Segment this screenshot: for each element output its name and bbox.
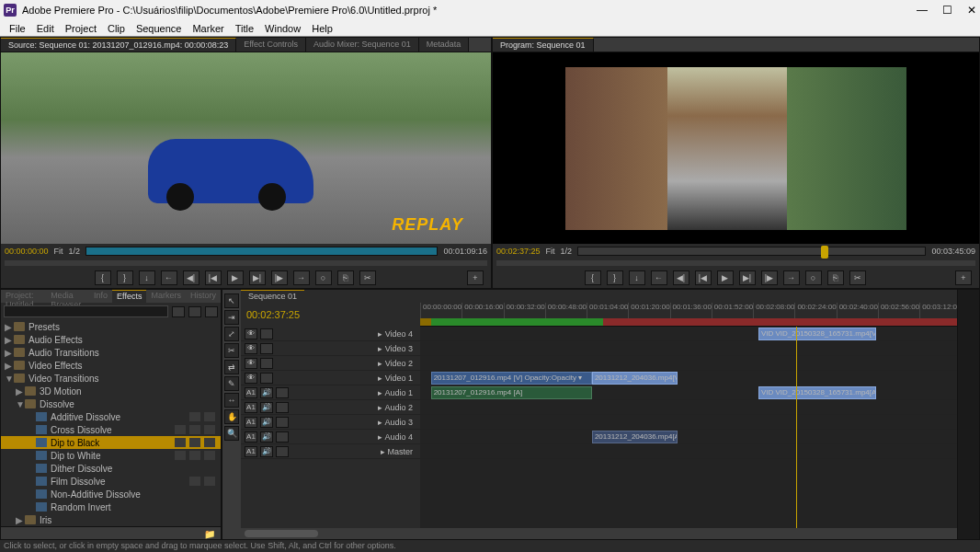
track-lane-audio-1[interactable]: 20131207_012916.mp4 [A]VID VID_20150328_…: [420, 385, 957, 400]
source-monitor[interactable]: REPLAY: [1, 52, 491, 244]
disclosure-icon[interactable]: ▶: [5, 322, 14, 332]
tree-random-invert[interactable]: Random Invert: [1, 500, 221, 513]
track-lane-audio-2[interactable]: [420, 400, 957, 415]
playhead-icon[interactable]: [821, 246, 828, 259]
track-header-audio-3[interactable]: A1🔊▸ Audio 3: [241, 415, 420, 430]
timeline-content[interactable]: VID VID_20150328_165731.mp4[V]20131207_0…: [420, 327, 957, 528]
track-lane-master[interactable]: [420, 444, 957, 459]
transport-btn-0[interactable]: {: [95, 270, 111, 285]
menu-sequence[interactable]: Sequence: [131, 23, 188, 34]
clip[interactable]: 20131212_204036.mp4[A]: [592, 431, 678, 443]
tree-film-dissolve[interactable]: Film Dissolve: [1, 475, 221, 488]
lock-icon[interactable]: [260, 373, 273, 384]
track-header-video-2[interactable]: 👁▸ Video 2: [241, 356, 420, 371]
eye-icon[interactable]: 👁: [245, 343, 257, 354]
timeline-timecode[interactable]: 00:02:37:25: [246, 309, 300, 320]
transport-btn-6[interactable]: ▶: [227, 270, 244, 285]
source-scrubber[interactable]: [85, 247, 438, 256]
tree-dissolve[interactable]: ▼Dissolve: [1, 397, 221, 410]
minimize-button[interactable]: —: [917, 4, 928, 17]
a1-target[interactable]: A1: [245, 387, 257, 398]
add-button-icon[interactable]: +: [955, 270, 972, 285]
transport-btn-11[interactable]: ⎘: [337, 270, 354, 285]
source-tab-2[interactable]: Audio Mixer: Sequence 01: [306, 38, 419, 52]
tree-audio-transitions[interactable]: ▶Audio Transitions: [1, 346, 221, 359]
track-header-video-3[interactable]: 👁▸ Video 3: [241, 341, 420, 356]
fx-yuv-icon[interactable]: [205, 306, 218, 317]
track-header-audio-4[interactable]: A1🔊▸ Audio 4: [241, 430, 420, 444]
timeline-tool-5[interactable]: ✎: [224, 376, 239, 391]
fx-accel-icon[interactable]: [188, 306, 201, 317]
source-tab-0[interactable]: Source: Sequence 01: 20131207_012916.mp4…: [1, 38, 236, 52]
panel-tab-info[interactable]: Info: [89, 290, 112, 303]
disclosure-icon[interactable]: ▼: [16, 399, 25, 409]
menu-file[interactable]: File: [4, 23, 31, 34]
track-lane-video-3[interactable]: [420, 341, 957, 356]
menu-window[interactable]: Window: [259, 23, 306, 34]
effects-search-input[interactable]: [4, 305, 168, 317]
track-header-audio-1[interactable]: A1🔊▸ Audio 1: [241, 385, 420, 400]
maximize-button[interactable]: ☐: [942, 4, 952, 17]
menu-help[interactable]: Help: [306, 23, 338, 34]
panel-tab-effects[interactable]: Effects: [112, 290, 146, 303]
clip[interactable]: 20131212_204036.mp4[V] Y: [592, 372, 678, 385]
source-tab-3[interactable]: Metadata: [419, 38, 470, 52]
program-scrubber[interactable]: [577, 247, 926, 256]
disclosure-icon[interactable]: ▼: [5, 374, 14, 384]
timeline-playhead[interactable]: [796, 327, 797, 528]
eye-icon[interactable]: 🔊: [260, 431, 273, 443]
menu-edit[interactable]: Edit: [31, 23, 60, 34]
source-tab-1[interactable]: Effect Controls: [236, 38, 306, 52]
clip[interactable]: 20131207_012916.mp4 [A]: [431, 386, 592, 399]
menu-marker[interactable]: Marker: [187, 23, 229, 34]
transport-btn-7[interactable]: ▶|: [739, 270, 756, 285]
a1-target[interactable]: A1: [245, 402, 257, 413]
tree-presets[interactable]: ▶Presets: [1, 320, 221, 333]
program-monitor[interactable]: [493, 52, 979, 244]
transport-btn-6[interactable]: ▶: [717, 270, 734, 285]
transport-btn-2[interactable]: ↓: [629, 270, 645, 285]
transport-btn-7[interactable]: ▶|: [249, 270, 266, 285]
transport-btn-5[interactable]: |◀: [205, 270, 222, 285]
tree-dip-to-black[interactable]: Dip to Black: [1, 436, 221, 449]
eye-icon[interactable]: 👁: [245, 328, 257, 339]
timeline-tool-3[interactable]: ✂: [224, 343, 239, 358]
sequence-tab[interactable]: Sequence 01: [241, 290, 304, 303]
a1-target[interactable]: A1: [245, 417, 257, 428]
menu-title[interactable]: Title: [230, 23, 259, 34]
track-lane-video-1[interactable]: 20131207_012916.mp4 [V] Opacity:Opacity …: [420, 371, 957, 385]
eye-icon[interactable]: 👁: [245, 373, 257, 384]
lock-icon[interactable]: [276, 417, 289, 428]
a1-target[interactable]: A1: [245, 431, 257, 443]
transport-btn-10[interactable]: ○: [315, 270, 332, 285]
eye-icon[interactable]: 🔊: [260, 402, 273, 413]
add-button-icon[interactable]: +: [467, 270, 484, 285]
tree-iris[interactable]: ▶Iris: [1, 513, 221, 526]
track-lane-video-4[interactable]: VID VID_20150328_165731.mp4[V]: [420, 327, 957, 341]
program-fit-dropdown[interactable]: Fit: [546, 247, 555, 256]
timeline-ruler[interactable]: 00:00:00:0000:00:16:0000:00:32:0000:00:4…: [420, 303, 957, 327]
transport-btn-12[interactable]: ✂: [849, 270, 866, 285]
transport-btn-11[interactable]: ⎘: [827, 270, 844, 285]
disclosure-icon[interactable]: ▶: [5, 348, 14, 358]
program-half-dropdown[interactable]: 1/2: [561, 247, 573, 256]
timeline-tool-7[interactable]: ✋: [224, 409, 239, 424]
panel-tab-history[interactable]: History: [186, 290, 221, 303]
timeline-tool-2[interactable]: ⤢: [224, 327, 239, 341]
tree-non-additive-dissolve[interactable]: Non-Additive Dissolve: [1, 488, 221, 500]
tree-video-transitions[interactable]: ▼Video Transitions: [1, 372, 221, 385]
eye-icon[interactable]: 🔊: [260, 446, 273, 457]
timeline-tool-4[interactable]: ⇄: [224, 360, 239, 374]
transport-btn-1[interactable]: }: [607, 270, 623, 285]
tree-additive-dissolve[interactable]: Additive Dissolve: [1, 410, 221, 423]
tree-video-effects[interactable]: ▶Video Effects: [1, 359, 221, 372]
transport-btn-1[interactable]: }: [117, 270, 133, 285]
transport-btn-8[interactable]: |▶: [271, 270, 288, 285]
source-fit-dropdown[interactable]: Fit: [54, 247, 63, 256]
transport-btn-3[interactable]: ←: [651, 270, 667, 285]
source-in-timecode[interactable]: 00:00:00:00: [5, 247, 49, 256]
tree-audio-effects[interactable]: ▶Audio Effects: [1, 333, 221, 346]
program-in-timecode[interactable]: 00:02:37:25: [496, 247, 541, 256]
timeline-tool-0[interactable]: ↖: [224, 293, 239, 308]
transport-btn-10[interactable]: ○: [805, 270, 822, 285]
